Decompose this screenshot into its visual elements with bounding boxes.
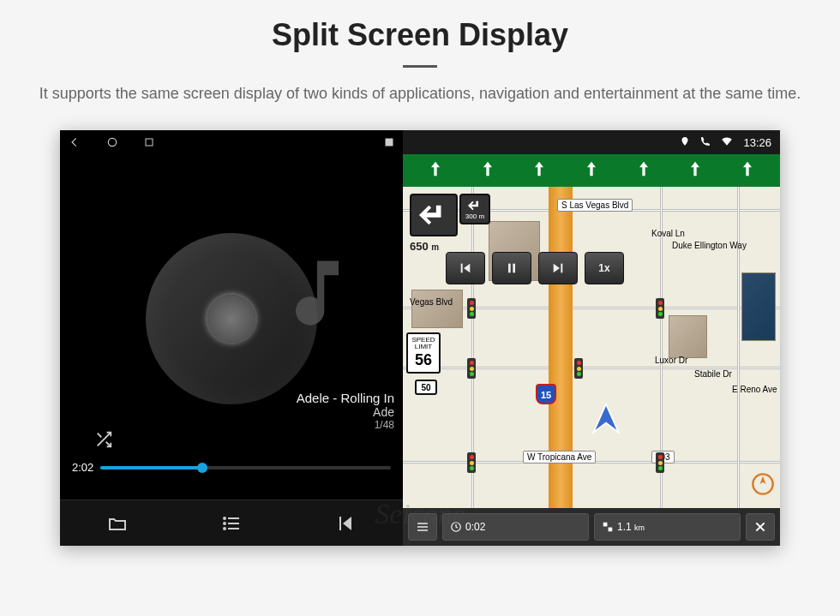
- music-note-icon: [274, 242, 360, 348]
- road-label: Stabile Dr: [691, 368, 735, 380]
- svg-marker-12: [343, 517, 351, 530]
- progress-row: [60, 430, 403, 452]
- traffic-light-icon: [656, 298, 664, 319]
- playlist-button[interactable]: [214, 506, 249, 541]
- compass-icon[interactable]: [751, 472, 775, 499]
- track-artist: Ade: [297, 405, 394, 419]
- svg-marker-18: [554, 264, 560, 273]
- shuffle-icon[interactable]: [94, 430, 113, 452]
- turn-instructions: 300 m: [410, 194, 490, 236]
- lane-arrow-icon: [583, 158, 600, 183]
- svg-rect-17: [513, 264, 515, 273]
- svg-point-10: [224, 523, 225, 524]
- svg-point-11: [224, 528, 225, 529]
- track-info: Adele - Rolling In Ade 1/48: [297, 391, 403, 431]
- nav-panel: 13:26 S Las Vega: [403, 130, 780, 546]
- music-bottombar: [60, 499, 403, 546]
- svg-marker-21: [760, 476, 766, 484]
- svg-rect-1: [146, 139, 153, 146]
- album-center: [207, 295, 255, 343]
- music-body: Adele - Rolling In Ade 1/48 2:02: [60, 154, 403, 499]
- progress-fill: [100, 466, 202, 469]
- location-icon: [680, 136, 690, 149]
- building: [411, 290, 463, 328]
- wifi-icon: [721, 135, 733, 150]
- road-label: Duke Ellington Way: [669, 240, 750, 251]
- road-label: Luxor Dr: [651, 355, 691, 366]
- traffic-light-icon: [467, 298, 476, 319]
- road-label: Vegas Blvd: [406, 296, 456, 308]
- lane-arrow-icon: [739, 158, 756, 183]
- nav-bottombar: 0:02 1.1 km: [403, 508, 780, 546]
- road-label: W Tropicana Ave: [523, 451, 596, 463]
- road-label: Koval Ln: [648, 228, 688, 239]
- home-icon[interactable]: [106, 136, 118, 148]
- eta-time-value: 0:02: [465, 521, 485, 533]
- time-elapsed: 2:02: [72, 461, 93, 474]
- sim-next-button[interactable]: [538, 252, 578, 284]
- svg-rect-27: [609, 528, 613, 532]
- clock-time: 13:26: [743, 136, 771, 149]
- turn-next: 300 m: [459, 194, 490, 224]
- route-shield: 50: [415, 380, 437, 395]
- map[interactable]: S Las Vegas Blvd Koval Ln Duke Ellington…: [403, 187, 780, 508]
- statusbar: 13:26: [403, 130, 780, 154]
- lane-arrow-icon: [531, 158, 548, 183]
- traffic-light-icon: [656, 452, 664, 473]
- progress-bar[interactable]: [100, 466, 391, 469]
- phone-icon: [700, 136, 711, 149]
- svg-rect-14: [461, 264, 463, 273]
- eta-distance[interactable]: 1.1 km: [594, 513, 741, 541]
- svg-marker-15: [464, 264, 470, 273]
- svg-rect-19: [561, 264, 562, 273]
- speed-limit-label: SPEED LIMIT: [408, 337, 439, 350]
- building: [741, 272, 776, 341]
- svg-rect-2: [386, 139, 393, 147]
- interstate-shield: 15: [536, 384, 556, 404]
- turn-distance: 650 m: [410, 240, 439, 253]
- sim-speed-button[interactable]: 1x: [585, 252, 624, 284]
- eta-dist-value: 1.1 km: [617, 521, 645, 533]
- svg-line-5: [98, 434, 102, 438]
- device-screenshot: Adele - Rolling In Ade 1/48 2:02: [60, 130, 780, 546]
- svg-rect-13: [339, 517, 341, 530]
- picture-icon[interactable]: [384, 137, 394, 147]
- sim-controls: 1x: [446, 252, 624, 284]
- traffic-light-icon: [467, 452, 476, 473]
- svg-rect-26: [603, 523, 608, 527]
- speed-limit-value: 56: [408, 352, 439, 368]
- close-button[interactable]: [746, 513, 775, 541]
- traffic-light-icon: [574, 358, 583, 379]
- back-icon[interactable]: [69, 136, 81, 148]
- android-navbar: [60, 130, 403, 154]
- road: [737, 187, 740, 508]
- road-label: E Reno Ave: [729, 384, 780, 395]
- title-divider: [403, 65, 437, 68]
- recents-icon[interactable]: [144, 137, 154, 147]
- menu-button[interactable]: [408, 513, 437, 541]
- traffic-light-icon: [467, 358, 476, 379]
- lane-arrow-icon: [479, 158, 496, 183]
- music-panel: Adele - Rolling In Ade 1/48 2:02: [60, 130, 403, 546]
- sim-prev-button[interactable]: [446, 252, 485, 284]
- turn-main-icon: [410, 194, 458, 236]
- progress-knob[interactable]: [197, 463, 207, 473]
- lane-guidance: [403, 154, 780, 187]
- album-art[interactable]: [146, 233, 317, 404]
- previous-button[interactable]: [328, 506, 363, 541]
- building: [669, 315, 707, 358]
- svg-point-0: [108, 139, 116, 147]
- sim-pause-button[interactable]: [492, 252, 531, 284]
- eta-time[interactable]: 0:02: [442, 513, 589, 541]
- page-subtitle: It supports the same screen display of t…: [0, 83, 840, 105]
- speed-limit-sign: SPEED LIMIT 56: [406, 332, 441, 374]
- position-marker-icon: [587, 401, 625, 442]
- lane-arrow-icon: [427, 158, 444, 183]
- road-label: S Las Vegas Blvd: [557, 199, 633, 212]
- svg-rect-16: [508, 264, 511, 273]
- lane-arrow-icon: [687, 158, 704, 183]
- folder-button[interactable]: [100, 506, 135, 541]
- page-title: Split Screen Display: [0, 17, 840, 53]
- track-count: 1/48: [297, 419, 394, 431]
- svg-point-9: [224, 517, 225, 519]
